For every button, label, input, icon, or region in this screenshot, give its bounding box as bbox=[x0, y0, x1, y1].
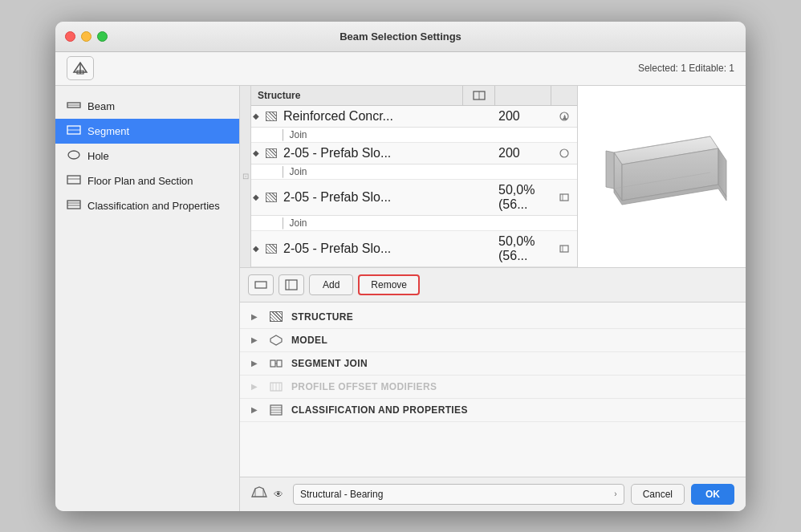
section-icon-segment-join bbox=[267, 358, 285, 369]
close-button[interactable] bbox=[65, 31, 75, 42]
toolbar-icon-button[interactable] bbox=[67, 56, 94, 80]
row-action-icon: ♟ bbox=[551, 111, 577, 122]
cancel-button[interactable]: Cancel bbox=[631, 484, 685, 505]
svg-rect-31 bbox=[286, 280, 297, 290]
window-title: Beam Selection Settings bbox=[340, 30, 461, 43]
row-name: Reinforced Concr... bbox=[280, 106, 495, 127]
join-label: Join bbox=[290, 217, 307, 229]
join-row: │ Join bbox=[251, 128, 577, 143]
svg-rect-18 bbox=[560, 194, 568, 201]
svg-rect-35 bbox=[277, 360, 282, 367]
preview-box bbox=[577, 86, 746, 267]
sidebar-item-segment[interactable]: Segment bbox=[55, 119, 239, 144]
row-type-icon bbox=[262, 244, 280, 254]
icon-btn-2[interactable] bbox=[279, 274, 304, 295]
sidebar-item-segment-label: Segment bbox=[87, 125, 129, 137]
sidebar: Beam Segment Hole Floor Plan and Section bbox=[55, 86, 240, 511]
row-value: 200 bbox=[495, 106, 551, 127]
table-row[interactable]: ◆ Reinforced Concr... 200 ♟ bbox=[251, 106, 577, 128]
footer-dropdown[interactable]: Structural - Bearing › bbox=[293, 484, 624, 505]
row-type-icon bbox=[262, 148, 280, 158]
selected-info: Selected: 1 Editable: 1 bbox=[638, 63, 734, 74]
right-panel: ⊡ Structure ◆ bbox=[240, 86, 746, 511]
footer: 👁 Structural - Bearing › Cancel OK bbox=[240, 477, 746, 511]
join-label: Join bbox=[290, 129, 307, 140]
sidebar-item-classification-label: Classification and Properties bbox=[87, 200, 220, 212]
remove-button[interactable]: Remove bbox=[358, 274, 420, 295]
section-label-profile-offset: PROFILE OFFSET MODIFIERS bbox=[291, 381, 437, 392]
beam-icon bbox=[72, 61, 88, 75]
maximize-button[interactable] bbox=[97, 31, 108, 42]
ok-button[interactable]: OK bbox=[691, 484, 734, 505]
table-row[interactable]: ◆ 2-05 - Prefab Slo... 50,0% (56... bbox=[251, 180, 577, 216]
icon-btn-1[interactable] bbox=[248, 274, 274, 295]
row-name: 2-05 - Prefab Slo... bbox=[280, 187, 495, 208]
drag-handle[interactable]: ⊡ bbox=[240, 86, 251, 267]
row-type-icon bbox=[262, 112, 280, 121]
section-icon-profile-offset bbox=[267, 381, 285, 392]
svg-rect-8 bbox=[67, 176, 80, 184]
minimize-button[interactable] bbox=[81, 31, 91, 42]
svg-point-7 bbox=[68, 151, 79, 159]
row-name: 2-05 - Prefab Slo... bbox=[280, 143, 495, 164]
table-row[interactable]: ◆ 2-05 - Prefab Slo... 50,0% (56... bbox=[251, 231, 577, 267]
row-arrow: ◆ bbox=[251, 148, 262, 157]
section-classification-properties[interactable]: ▶ CLASSIFICATION AND PROPERTIES bbox=[240, 399, 746, 422]
section-structure[interactable]: ▶ STRUCTURE bbox=[240, 306, 746, 329]
add-button[interactable]: Add bbox=[309, 274, 353, 295]
preview-image bbox=[590, 104, 734, 249]
svg-rect-20 bbox=[560, 246, 568, 252]
row-name: 2-05 - Prefab Slo... bbox=[280, 238, 495, 259]
section-label-model: MODEL bbox=[291, 335, 327, 346]
section-arrow-model: ▶ bbox=[251, 335, 261, 344]
svg-point-17 bbox=[560, 149, 568, 157]
section-arrow-segment-join: ▶ bbox=[251, 359, 261, 368]
sidebar-item-beam-label: Beam bbox=[87, 100, 115, 112]
row-action-icon bbox=[551, 148, 577, 159]
svg-rect-10 bbox=[67, 201, 80, 209]
row-arrow: ◆ bbox=[251, 244, 262, 253]
col-structure: Structure bbox=[251, 86, 463, 105]
section-arrow-profile-offset: ▶ bbox=[251, 382, 261, 391]
row-value: 50,0% (56... bbox=[495, 231, 551, 266]
footer-dropdown-value: Structural - Bearing bbox=[300, 489, 383, 500]
footer-eye-icon: 👁 bbox=[274, 489, 283, 500]
section-icon-model bbox=[267, 335, 285, 346]
row-action-icon bbox=[551, 192, 577, 203]
footer-beam-icon bbox=[251, 486, 267, 502]
col-value bbox=[495, 86, 551, 105]
section-label-structure: STRUCTURE bbox=[291, 311, 353, 323]
beam-preview-svg bbox=[590, 104, 734, 249]
row-arrow: ◆ bbox=[251, 193, 262, 201]
section-arrow-structure: ▶ bbox=[251, 312, 261, 321]
section-arrow-classification: ▶ bbox=[251, 405, 261, 414]
table-area: ⊡ Structure ◆ bbox=[240, 86, 746, 268]
titlebar: Beam Selection Settings bbox=[55, 22, 746, 52]
main-window: Beam Selection Settings Selected: 1 Edit… bbox=[55, 22, 746, 511]
sidebar-item-classification[interactable]: Classification and Properties bbox=[55, 193, 239, 218]
svg-marker-27 bbox=[606, 151, 614, 189]
toolbar-left bbox=[67, 56, 94, 80]
sidebar-item-hole[interactable]: Hole bbox=[55, 144, 239, 169]
main-content: Beam Segment Hole Floor Plan and Section bbox=[55, 86, 746, 511]
button-row: Add Remove bbox=[240, 268, 746, 303]
sidebar-item-floor-plan[interactable]: Floor Plan and Section bbox=[55, 169, 239, 193]
section-icon-structure bbox=[267, 311, 285, 322]
section-label-segment-join: SEGMENT JOIN bbox=[291, 358, 368, 369]
section-profile-offset[interactable]: ▶ PROFILE OFFSET MODIFIERS bbox=[240, 376, 746, 399]
sidebar-item-beam[interactable]: Beam bbox=[55, 94, 239, 119]
col-icon bbox=[463, 86, 495, 105]
svg-marker-33 bbox=[270, 335, 282, 345]
floor-plan-sidebar-icon bbox=[67, 174, 81, 188]
section-segment-join[interactable]: ▶ SEGMENT JOIN bbox=[240, 352, 746, 376]
beam-sidebar-icon bbox=[67, 99, 81, 113]
traffic-lights bbox=[65, 31, 108, 42]
table-row[interactable]: ◆ 2-05 - Prefab Slo... 200 bbox=[251, 143, 577, 164]
row-type-icon bbox=[262, 193, 280, 202]
segment-sidebar-icon bbox=[67, 124, 81, 138]
svg-rect-34 bbox=[270, 360, 275, 367]
toolbar: Selected: 1 Editable: 1 bbox=[55, 52, 746, 86]
section-model[interactable]: ▶ MODEL bbox=[240, 329, 746, 352]
drag-handle-icon: ⊡ bbox=[242, 172, 249, 181]
svg-rect-30 bbox=[255, 282, 266, 288]
